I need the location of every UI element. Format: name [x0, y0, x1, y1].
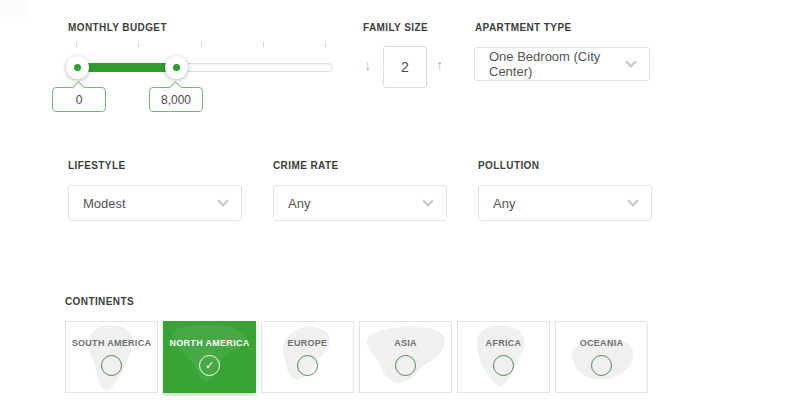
- radio-icon[interactable]: [395, 355, 416, 376]
- continent-name: SOUTH AMERICA: [72, 338, 152, 348]
- continent-tile-europe[interactable]: EUROPE: [261, 321, 354, 393]
- handle-dot-icon: [173, 64, 180, 71]
- crime-rate-select[interactable]: Any: [273, 185, 447, 221]
- budget-min-value[interactable]: 0: [52, 87, 106, 112]
- lifestyle-label: LIFESTYLE: [68, 160, 126, 171]
- chevron-down-icon: [217, 195, 228, 206]
- pollution-label: POLLUTION: [478, 160, 539, 171]
- chevron-down-icon: [627, 195, 638, 206]
- continent-tile-africa[interactable]: AFRICA: [457, 321, 550, 393]
- continents-row: SOUTH AMERICA NORTH AMERICA ✓ EUROPE ASI…: [65, 321, 648, 393]
- budget-max-value[interactable]: 8,000: [149, 87, 203, 112]
- value-box-notch: [72, 81, 85, 94]
- crime-rate-value: Any: [288, 196, 310, 211]
- apartment-type-value: One Bedroom (City Center): [489, 49, 635, 79]
- family-size-increment-icon[interactable]: ↑: [436, 56, 444, 73]
- crime-rate-label: CRIME RATE: [273, 160, 338, 171]
- handle-dot-icon: [74, 64, 81, 71]
- monthly-budget-label: MONTHLY BUDGET: [68, 22, 167, 33]
- continent-tile-asia[interactable]: ASIA: [359, 321, 452, 393]
- radio-icon[interactable]: [493, 355, 514, 376]
- corner-artifact: [0, 0, 28, 17]
- family-size-label: FAMILY SIZE: [363, 22, 428, 33]
- budget-slider-fill: [78, 63, 177, 72]
- continent-name: EUROPE: [288, 338, 328, 348]
- budget-max-text: 8,000: [161, 93, 191, 107]
- budget-slider-max-handle[interactable]: [165, 56, 188, 79]
- continent-name: NORTH AMERICA: [169, 338, 249, 348]
- check-icon[interactable]: ✓: [199, 355, 220, 376]
- budget-slider-min-handle[interactable]: [66, 56, 89, 79]
- family-size-input[interactable]: 2: [383, 46, 427, 88]
- apartment-type-label: APARTMENT TYPE: [475, 22, 572, 33]
- budget-min-text: 0: [76, 93, 83, 107]
- lifestyle-value: Modest: [83, 196, 126, 211]
- radio-icon[interactable]: [297, 355, 318, 376]
- pollution-value: Any: [493, 196, 515, 211]
- continent-tile-oceania[interactable]: OCEANIA: [555, 321, 648, 393]
- lifestyle-select[interactable]: Modest: [68, 185, 242, 221]
- continent-tile-north-america[interactable]: NORTH AMERICA ✓: [163, 321, 256, 393]
- family-size-value: 2: [401, 59, 409, 75]
- radio-icon[interactable]: [101, 355, 122, 376]
- radio-icon[interactable]: [591, 355, 612, 376]
- family-size-decrement-icon[interactable]: ↓: [364, 56, 372, 73]
- continent-name: ASIA: [394, 338, 417, 348]
- pollution-select[interactable]: Any: [478, 185, 652, 221]
- apartment-type-select[interactable]: One Bedroom (City Center): [474, 47, 650, 81]
- continents-label: CONTINENTS: [65, 296, 134, 307]
- continent-name: OCEANIA: [580, 338, 624, 348]
- continent-name: AFRICA: [486, 338, 522, 348]
- continent-tile-south-america[interactable]: SOUTH AMERICA: [65, 321, 158, 393]
- chevron-down-icon: [422, 195, 433, 206]
- slider-tick-marks: [76, 42, 326, 48]
